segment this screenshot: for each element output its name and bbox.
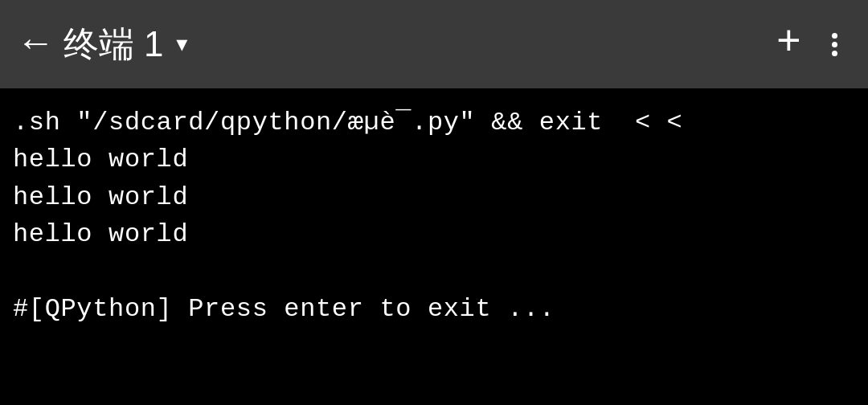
- toolbar-actions: +: [776, 23, 844, 65]
- toolbar: ← 终端 1 ▾ +: [0, 0, 868, 88]
- add-terminal-button[interactable]: +: [776, 23, 801, 65]
- terminal-line: .sh "/sdcard/qpython/æµè¯.py" && exit < …: [13, 104, 855, 141]
- back-icon: ←: [24, 22, 47, 66]
- terminal-line: hello world: [13, 141, 855, 178]
- dot-icon: [832, 42, 837, 47]
- terminal-line: hello world: [13, 216, 855, 253]
- back-button[interactable]: ←: [24, 14, 63, 74]
- terminal-line: hello world: [13, 179, 855, 216]
- dot-icon: [832, 33, 837, 39]
- terminal-title: 终端 1: [63, 21, 164, 68]
- toolbar-title-area: 终端 1 ▾: [63, 21, 776, 68]
- terminal-area[interactable]: .sh "/sdcard/qpython/æµè¯.py" && exit < …: [0, 88, 868, 405]
- chevron-down-icon[interactable]: ▾: [174, 27, 191, 62]
- more-options-button[interactable]: [825, 33, 844, 56]
- dot-icon: [832, 51, 837, 56]
- terminal-line-empty: [13, 254, 855, 291]
- terminal-prompt-line: #[QPython] Press enter to exit ...: [13, 291, 855, 328]
